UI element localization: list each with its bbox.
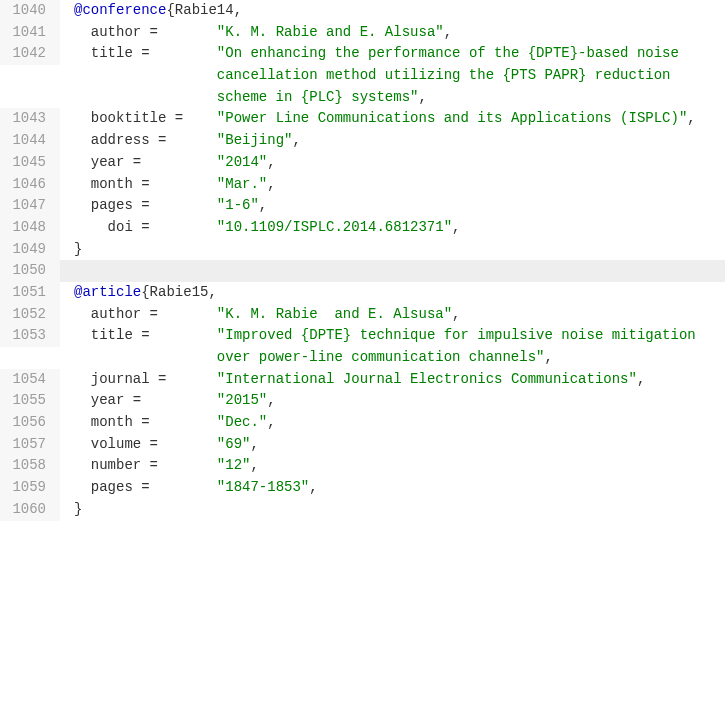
code-line[interactable]: 1051@article{Rabie15, <box>0 282 725 304</box>
line-number: 1048 <box>0 217 60 239</box>
code-token: "12" <box>217 457 251 473</box>
code-token: {Rabie14, <box>166 2 242 18</box>
code-token: , <box>309 479 317 495</box>
code-token: "69" <box>217 436 251 452</box>
code-line[interactable]: 1053 title = "Improved {DPTE} technique … <box>0 325 725 368</box>
code-line[interactable]: 1046 month = "Mar.", <box>0 174 725 196</box>
code-editor[interactable]: 1040@conference{Rabie14,1041 author = "K… <box>0 0 725 521</box>
code-token: year = <box>74 154 217 170</box>
code-token: , <box>250 457 258 473</box>
code-line[interactable]: 1047 pages = "1-6", <box>0 195 725 217</box>
code-token: , <box>418 89 426 105</box>
line-number: 1055 <box>0 390 60 412</box>
code-token: "Improved {DPTE} technique for impulsive… <box>217 327 704 365</box>
code-content[interactable]: @conference{Rabie14, <box>60 0 725 22</box>
code-line[interactable]: 1060} <box>0 499 725 521</box>
code-line[interactable]: 1059 pages = "1847-1853", <box>0 477 725 499</box>
code-token: volume = <box>74 436 217 452</box>
line-number: 1056 <box>0 412 60 434</box>
code-content[interactable]: number = "12", <box>60 455 725 477</box>
code-token: "On enhancing the performance of the {DP… <box>217 45 688 104</box>
code-content[interactable]: doi = "10.1109/ISPLC.2014.6812371", <box>60 217 725 239</box>
code-token: journal = <box>74 371 217 387</box>
line-number: 1049 <box>0 239 60 261</box>
code-line[interactable]: 1042 title = "On enhancing the performan… <box>0 43 725 108</box>
code-token: , <box>250 436 258 452</box>
code-line[interactable]: 1043 booktitle = "Power Line Communicati… <box>0 108 725 130</box>
code-token: , <box>452 219 460 235</box>
code-line[interactable]: 1048 doi = "10.1109/ISPLC.2014.6812371", <box>0 217 725 239</box>
code-line[interactable]: 1055 year = "2015", <box>0 390 725 412</box>
code-content[interactable]: booktitle = "Power Line Communications a… <box>60 108 725 130</box>
code-token: booktitle = <box>74 110 217 126</box>
code-content[interactable]: address = "Beijing", <box>60 130 725 152</box>
code-content[interactable]: title = "On enhancing the performance of… <box>60 43 725 108</box>
line-number: 1054 <box>0 369 60 391</box>
code-token: , <box>267 176 275 192</box>
line-number: 1058 <box>0 455 60 477</box>
code-line[interactable]: 1040@conference{Rabie14, <box>0 0 725 22</box>
code-line[interactable]: 1056 month = "Dec.", <box>0 412 725 434</box>
code-token: , <box>444 24 452 40</box>
code-content[interactable]: month = "Mar.", <box>60 174 725 196</box>
code-token: doi = <box>74 219 217 235</box>
code-content[interactable]: month = "Dec.", <box>60 412 725 434</box>
line-number: 1044 <box>0 130 60 152</box>
code-content[interactable]: @article{Rabie15, <box>60 282 725 304</box>
code-line[interactable]: 1049} <box>0 239 725 261</box>
code-token: author = <box>74 24 217 40</box>
code-token: , <box>637 371 645 387</box>
code-line[interactable]: 1052 author = "K. M. Rabie and E. Alsusa… <box>0 304 725 326</box>
line-number: 1057 <box>0 434 60 456</box>
code-line[interactable]: 1041 author = "K. M. Rabie and E. Alsusa… <box>0 22 725 44</box>
code-token: "Power Line Communications and its Appli… <box>217 110 687 126</box>
code-token: title = <box>74 327 217 343</box>
code-line[interactable]: 1054 journal = "International Journal El… <box>0 369 725 391</box>
code-token: pages = <box>74 479 217 495</box>
code-content[interactable]: } <box>60 499 725 521</box>
code-token: "Beijing" <box>217 132 293 148</box>
line-number: 1052 <box>0 304 60 326</box>
code-line[interactable]: 1045 year = "2014", <box>0 152 725 174</box>
code-token: , <box>687 110 695 126</box>
code-token: , <box>452 306 460 322</box>
code-token: , <box>267 414 275 430</box>
line-number: 1051 <box>0 282 60 304</box>
code-token: "Mar." <box>217 176 267 192</box>
code-token: title = <box>74 45 217 61</box>
code-token: author = <box>74 306 217 322</box>
code-token: "K. M. Rabie and E. Alsusa" <box>217 306 452 322</box>
code-content[interactable]: year = "2015", <box>60 390 725 412</box>
code-token: year = <box>74 392 217 408</box>
line-number: 1059 <box>0 477 60 499</box>
code-token: , <box>292 132 300 148</box>
code-token: {Rabie15, <box>141 284 217 300</box>
code-token: month = <box>74 414 217 430</box>
code-content[interactable]: volume = "69", <box>60 434 725 456</box>
code-content[interactable]: journal = "International Journal Electro… <box>60 369 725 391</box>
code-token: @article <box>74 284 141 300</box>
code-token: "1-6" <box>217 197 259 213</box>
code-content[interactable]: } <box>60 239 725 261</box>
line-number: 1047 <box>0 195 60 217</box>
code-token: "2014" <box>217 154 267 170</box>
code-token: "International Journal Electronics Commu… <box>217 371 637 387</box>
code-content[interactable]: pages = "1847-1853", <box>60 477 725 499</box>
code-content[interactable]: pages = "1-6", <box>60 195 725 217</box>
code-token: month = <box>74 176 217 192</box>
code-content[interactable]: title = "Improved {DPTE} technique for i… <box>60 325 725 368</box>
line-number: 1040 <box>0 0 60 22</box>
code-content[interactable]: year = "2014", <box>60 152 725 174</box>
code-token: , <box>259 197 267 213</box>
code-line[interactable]: 1050 <box>0 260 725 282</box>
code-content[interactable]: author = "K. M. Rabie and E. Alsusa", <box>60 22 725 44</box>
code-content[interactable]: author = "K. M. Rabie and E. Alsusa", <box>60 304 725 326</box>
code-token: "10.1109/ISPLC.2014.6812371" <box>217 219 452 235</box>
code-line[interactable]: 1057 volume = "69", <box>0 434 725 456</box>
code-token: } <box>74 241 82 257</box>
line-number: 1045 <box>0 152 60 174</box>
code-line[interactable]: 1058 number = "12", <box>0 455 725 477</box>
code-token: @conference <box>74 2 166 18</box>
code-token: , <box>267 392 275 408</box>
code-line[interactable]: 1044 address = "Beijing", <box>0 130 725 152</box>
